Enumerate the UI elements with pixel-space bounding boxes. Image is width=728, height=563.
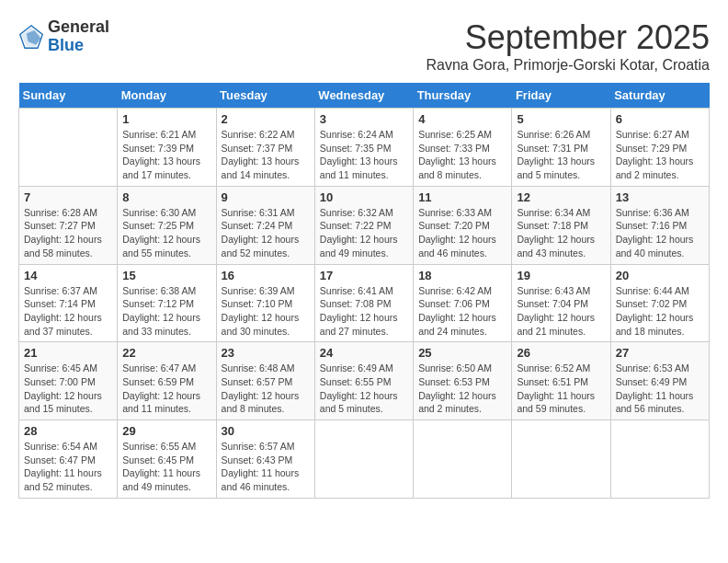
day-info: Sunrise: 6:27 AMSunset: 7:29 PMDaylight:…: [616, 128, 704, 182]
table-row: 18Sunrise: 6:42 AMSunset: 7:06 PMDayligh…: [414, 264, 512, 342]
day-info: Sunrise: 6:22 AMSunset: 7:37 PMDaylight:…: [222, 128, 310, 182]
calendar-week-row: 28Sunrise: 6:54 AMSunset: 6:47 PMDayligh…: [19, 420, 710, 499]
table-row: 21Sunrise: 6:45 AMSunset: 7:00 PMDayligh…: [19, 342, 118, 420]
day-info: Sunrise: 6:21 AMSunset: 7:39 PMDaylight:…: [122, 128, 210, 182]
day-info: Sunrise: 6:57 AMSunset: 6:43 PMDaylight:…: [222, 440, 310, 494]
table-row: 2Sunrise: 6:22 AMSunset: 7:37 PMDaylight…: [216, 109, 314, 187]
header-thursday: Thursday: [414, 83, 512, 109]
day-number: 17: [320, 269, 408, 282]
day-number: 21: [24, 346, 112, 360]
day-number: 28: [24, 424, 112, 438]
day-info: Sunrise: 6:41 AMSunset: 7:08 PMDaylight:…: [320, 284, 408, 339]
table-row: 30Sunrise: 6:57 AMSunset: 6:43 PMDayligh…: [216, 420, 314, 499]
day-info: Sunrise: 6:50 AMSunset: 6:53 PMDaylight:…: [418, 362, 506, 416]
day-number: 16: [222, 269, 310, 282]
day-number: 26: [517, 346, 605, 360]
day-info: Sunrise: 6:38 AMSunset: 7:12 PMDaylight:…: [122, 284, 210, 339]
logo-icon: [18, 24, 44, 50]
day-number: 19: [517, 269, 605, 282]
header-tuesday: Tuesday: [216, 83, 314, 109]
table-row: 13Sunrise: 6:36 AMSunset: 7:16 PMDayligh…: [610, 186, 709, 264]
day-info: Sunrise: 6:43 AMSunset: 7:04 PMDaylight:…: [517, 284, 605, 339]
table-row: [610, 420, 709, 499]
logo-general: General: [48, 17, 109, 36]
day-info: Sunrise: 6:33 AMSunset: 7:20 PMDaylight:…: [418, 206, 506, 260]
day-info: Sunrise: 6:37 AMSunset: 7:14 PMDaylight:…: [24, 284, 112, 339]
table-row: 14Sunrise: 6:37 AMSunset: 7:14 PMDayligh…: [19, 264, 118, 342]
table-row: [512, 420, 610, 499]
day-info: Sunrise: 6:32 AMSunset: 7:22 PMDaylight:…: [320, 206, 408, 260]
month-title: September 2025: [426, 18, 710, 57]
page-header: General Blue September 2025 Ravna Gora, …: [18, 18, 710, 74]
logo: General Blue: [18, 18, 109, 55]
header-sunday: Sunday: [19, 83, 118, 109]
day-info: Sunrise: 6:55 AMSunset: 6:45 PMDaylight:…: [122, 440, 210, 494]
table-row: [19, 109, 118, 187]
day-number: 5: [517, 112, 605, 126]
table-row: 23Sunrise: 6:48 AMSunset: 6:57 PMDayligh…: [216, 342, 314, 420]
day-number: 18: [418, 269, 506, 282]
table-row: 19Sunrise: 6:43 AMSunset: 7:04 PMDayligh…: [512, 264, 610, 342]
day-number: 30: [222, 424, 310, 438]
day-info: Sunrise: 6:49 AMSunset: 6:55 PMDaylight:…: [320, 362, 408, 416]
table-row: 5Sunrise: 6:26 AMSunset: 7:31 PMDaylight…: [512, 109, 610, 187]
table-row: 4Sunrise: 6:25 AMSunset: 7:33 PMDaylight…: [414, 109, 512, 187]
table-row: 25Sunrise: 6:50 AMSunset: 6:53 PMDayligh…: [414, 342, 512, 420]
day-info: Sunrise: 6:36 AMSunset: 7:16 PMDaylight:…: [616, 206, 704, 260]
day-number: 15: [122, 269, 210, 282]
day-info: Sunrise: 6:47 AMSunset: 6:59 PMDaylight:…: [122, 362, 210, 416]
calendar-week-row: 1Sunrise: 6:21 AMSunset: 7:39 PMDaylight…: [19, 109, 710, 187]
calendar-week-row: 14Sunrise: 6:37 AMSunset: 7:14 PMDayligh…: [19, 264, 710, 342]
day-number: 4: [418, 112, 506, 126]
header-saturday: Saturday: [610, 83, 709, 109]
day-number: 2: [222, 112, 310, 126]
table-row: 10Sunrise: 6:32 AMSunset: 7:22 PMDayligh…: [314, 186, 413, 264]
day-info: Sunrise: 6:26 AMSunset: 7:31 PMDaylight:…: [517, 128, 605, 182]
table-row: [314, 420, 413, 499]
day-info: Sunrise: 6:28 AMSunset: 7:27 PMDaylight:…: [24, 206, 112, 260]
day-number: 23: [222, 346, 310, 360]
day-info: Sunrise: 6:45 AMSunset: 7:00 PMDaylight:…: [24, 362, 112, 416]
table-row: 15Sunrise: 6:38 AMSunset: 7:12 PMDayligh…: [118, 264, 216, 342]
header-wednesday: Wednesday: [314, 83, 413, 109]
day-number: 1: [122, 112, 210, 126]
table-row: 27Sunrise: 6:53 AMSunset: 6:49 PMDayligh…: [610, 342, 709, 420]
table-row: 11Sunrise: 6:33 AMSunset: 7:20 PMDayligh…: [414, 186, 512, 264]
day-number: 6: [616, 112, 704, 126]
table-row: 1Sunrise: 6:21 AMSunset: 7:39 PMDaylight…: [118, 109, 216, 187]
day-number: 3: [320, 112, 408, 126]
weekday-header-row: Sunday Monday Tuesday Wednesday Thursday…: [19, 83, 710, 109]
table-row: 8Sunrise: 6:30 AMSunset: 7:25 PMDaylight…: [118, 186, 216, 264]
table-row: 12Sunrise: 6:34 AMSunset: 7:18 PMDayligh…: [512, 186, 610, 264]
table-row: 3Sunrise: 6:24 AMSunset: 7:35 PMDaylight…: [314, 109, 413, 187]
day-info: Sunrise: 6:34 AMSunset: 7:18 PMDaylight:…: [517, 206, 605, 260]
table-row: [414, 420, 512, 499]
calendar-week-row: 21Sunrise: 6:45 AMSunset: 7:00 PMDayligh…: [19, 342, 710, 420]
day-info: Sunrise: 6:44 AMSunset: 7:02 PMDaylight:…: [616, 284, 704, 339]
day-number: 10: [320, 190, 408, 204]
table-row: 9Sunrise: 6:31 AMSunset: 7:24 PMDaylight…: [216, 186, 314, 264]
calendar-header: Sunday Monday Tuesday Wednesday Thursday…: [19, 83, 710, 109]
day-number: 20: [616, 269, 704, 282]
day-number: 8: [122, 190, 210, 204]
day-info: Sunrise: 6:31 AMSunset: 7:24 PMDaylight:…: [222, 206, 310, 260]
logo-blue: Blue: [48, 36, 84, 54]
day-number: 22: [122, 346, 210, 360]
day-number: 25: [418, 346, 506, 360]
table-row: 26Sunrise: 6:52 AMSunset: 6:51 PMDayligh…: [512, 342, 610, 420]
day-number: 9: [222, 190, 310, 204]
logo-text: General Blue: [48, 18, 109, 55]
day-info: Sunrise: 6:25 AMSunset: 7:33 PMDaylight:…: [418, 128, 506, 182]
table-row: 28Sunrise: 6:54 AMSunset: 6:47 PMDayligh…: [19, 420, 118, 499]
day-number: 11: [418, 190, 506, 204]
table-row: 22Sunrise: 6:47 AMSunset: 6:59 PMDayligh…: [118, 342, 216, 420]
table-row: 24Sunrise: 6:49 AMSunset: 6:55 PMDayligh…: [314, 342, 413, 420]
table-row: 7Sunrise: 6:28 AMSunset: 7:27 PMDaylight…: [19, 186, 118, 264]
location: Ravna Gora, Primorje-Gorski Kotar, Croat…: [426, 57, 710, 74]
day-info: Sunrise: 6:42 AMSunset: 7:06 PMDaylight:…: [418, 284, 506, 339]
day-number: 7: [24, 190, 112, 204]
day-number: 14: [24, 269, 112, 282]
day-info: Sunrise: 6:30 AMSunset: 7:25 PMDaylight:…: [122, 206, 210, 260]
day-info: Sunrise: 6:52 AMSunset: 6:51 PMDaylight:…: [517, 362, 605, 416]
header-friday: Friday: [512, 83, 610, 109]
